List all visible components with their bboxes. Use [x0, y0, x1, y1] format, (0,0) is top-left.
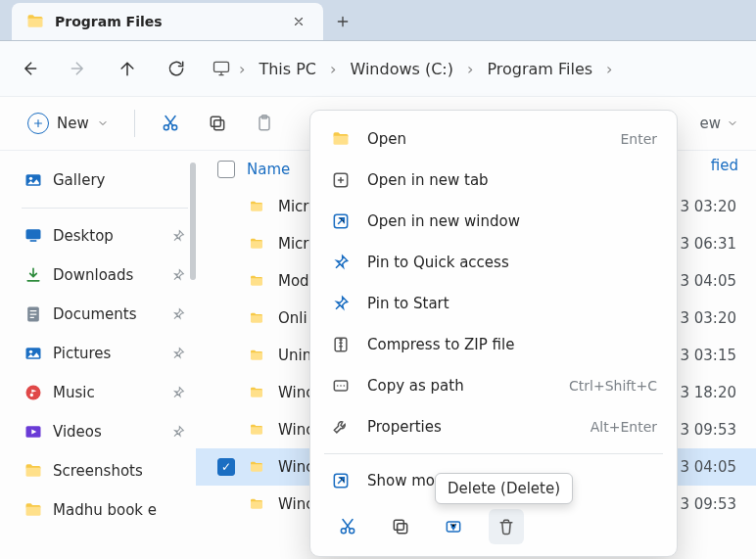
folder-icon	[247, 236, 266, 252]
folder-icon	[247, 199, 266, 214]
wrench-icon	[330, 416, 352, 438]
ctx-open-in-new-tab[interactable]: Open in new tab	[316, 160, 671, 201]
show-more-icon	[330, 470, 352, 491]
folder-icon	[247, 310, 266, 326]
column-header-name[interactable]: Name	[247, 161, 290, 178]
sidebar-item-desktop[interactable]: Desktop	[18, 216, 192, 256]
view-button[interactable]: ew	[700, 115, 739, 132]
tooltip: Delete (Delete)	[435, 473, 573, 504]
pin-icon[interactable]	[170, 306, 186, 322]
sidebar-item-madhu-book-e[interactable]: Madhu book e	[18, 490, 192, 530]
sidebar-item-videos[interactable]: Videos	[18, 412, 192, 451]
ctx-item-label: Pin to Start	[367, 295, 449, 312]
ctx-pin-to-quick-access[interactable]: Pin to Quick access	[316, 242, 671, 283]
folder-icon	[247, 273, 266, 289]
cut-button[interactable]	[151, 104, 190, 143]
select-all-checkbox[interactable]	[217, 161, 235, 178]
row-checkbox[interactable]: ✓	[217, 458, 235, 476]
chevron-right-icon: ›	[463, 60, 477, 78]
pin-icon	[330, 252, 352, 273]
paste-button[interactable]	[245, 104, 284, 143]
folder-icon	[247, 385, 266, 400]
documents-icon	[24, 304, 43, 324]
pin-icon	[330, 293, 352, 314]
ctx-cut-button[interactable]	[330, 509, 365, 544]
sidebar-item-label: Gallery	[53, 171, 105, 189]
crumb-windows-c[interactable]: Windows (C:)	[344, 56, 459, 82]
ctx-delete-button[interactable]	[489, 509, 524, 544]
new-tab-button[interactable]	[323, 3, 362, 40]
up-button[interactable]	[106, 49, 149, 88]
music-icon	[24, 383, 43, 402]
sidebar-item-label: Downloads	[53, 266, 133, 284]
external-icon	[330, 210, 352, 232]
sidebar-item-downloads[interactable]: Downloads	[18, 256, 192, 295]
svg-rect-4	[211, 116, 220, 126]
forward-button[interactable]	[57, 49, 100, 88]
folder-icon	[24, 500, 43, 520]
ctx-copy-button[interactable]	[383, 509, 418, 544]
ctx-compress-to-zip-file[interactable]: Compress to ZIP file	[316, 324, 671, 365]
ctx-shortcut: Ctrl+Shift+C	[569, 378, 657, 394]
ctx-icon-row	[316, 501, 671, 546]
desktop-icon	[24, 226, 43, 246]
tab-title: Program Files	[55, 14, 278, 29]
ctx-item-label: Open	[367, 130, 406, 148]
monitor-icon[interactable]	[212, 59, 231, 78]
pin-icon[interactable]	[170, 424, 186, 440]
sidebar-item-gallery[interactable]: Gallery	[18, 161, 192, 200]
tab-program-files[interactable]: Program Files	[12, 3, 323, 40]
ctx-pin-to-start[interactable]: Pin to Start	[316, 283, 671, 324]
sidebar-item-label: Documents	[53, 305, 137, 323]
ctx-item-label: Open in new window	[367, 212, 520, 230]
sidebar-item-label: Pictures	[53, 345, 111, 362]
file-date: 3 03:20	[680, 198, 736, 215]
new-button[interactable]: New	[18, 107, 118, 140]
sidebar-item-label: Madhu book e	[53, 501, 157, 519]
tab-strip: Program Files	[0, 0, 756, 41]
close-icon[interactable]	[288, 11, 309, 32]
folder-icon	[24, 461, 43, 481]
refresh-button[interactable]	[155, 49, 198, 88]
file-date: 3 18:20	[680, 384, 736, 401]
sidebar-item-documents[interactable]: Documents	[18, 295, 192, 334]
chevron-down-icon	[727, 117, 738, 129]
back-button[interactable]	[8, 49, 51, 88]
crumb-program-files[interactable]: Program Files	[481, 56, 598, 82]
pin-icon[interactable]	[170, 267, 186, 283]
ctx-shortcut: Alt+Enter	[591, 419, 657, 435]
pin-icon[interactable]	[170, 228, 186, 244]
sidebar-item-pictures[interactable]: Pictures	[18, 334, 192, 373]
pin-icon[interactable]	[170, 385, 186, 400]
folder-icon	[247, 348, 266, 363]
sidebar-item-label: Videos	[53, 423, 102, 441]
column-header-date[interactable]: fied	[711, 157, 738, 174]
ctx-rename-button[interactable]	[436, 509, 471, 544]
chevron-right-icon: ›	[602, 60, 616, 78]
ctx-open-in-new-window[interactable]: Open in new window	[316, 201, 671, 242]
sidebar-item-music[interactable]: Music	[18, 373, 192, 412]
ctx-open[interactable]: OpenEnter	[316, 118, 671, 160]
plus-circle-icon	[27, 113, 49, 134]
folder-icon	[247, 459, 266, 475]
sidebar-item-label: Desktop	[53, 227, 114, 245]
sidebar-item-screenshots[interactable]: Screenshots	[18, 451, 192, 490]
videos-icon	[24, 422, 43, 442]
ctx-item-label: Show mo	[367, 472, 435, 489]
sidebar: Gallery DesktopDownloadsDocumentsPicture…	[0, 151, 196, 559]
pin-icon[interactable]	[170, 346, 186, 361]
sidebar-item-label: Screenshots	[53, 462, 143, 480]
new-label: New	[57, 115, 89, 132]
folder-icon	[247, 496, 266, 512]
ctx-item-label: Compress to ZIP file	[367, 336, 514, 353]
view-label: ew	[700, 115, 722, 132]
folder-icon	[25, 12, 45, 31]
file-date: 3 03:15	[680, 347, 736, 364]
ctx-properties[interactable]: PropertiesAlt+Enter	[316, 406, 671, 447]
copy-button[interactable]	[198, 104, 237, 143]
nav-row: › This PC › Windows (C:) › Program Files…	[0, 41, 756, 96]
crumb-this-pc[interactable]: This PC	[253, 56, 322, 82]
separator	[134, 110, 135, 137]
path-icon	[330, 375, 352, 396]
ctx-copy-as-path[interactable]: Copy as pathCtrl+Shift+C	[316, 365, 671, 406]
